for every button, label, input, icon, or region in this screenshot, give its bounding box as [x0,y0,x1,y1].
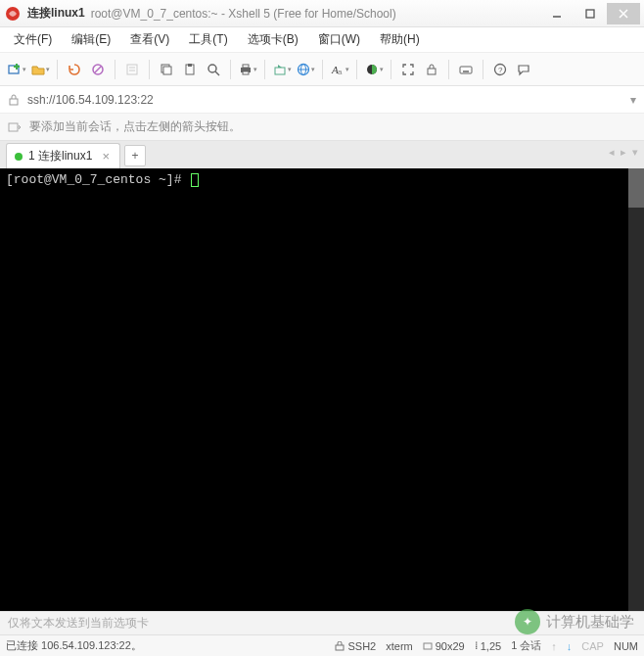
svg-rect-16 [188,64,192,67]
svg-rect-30 [460,67,472,73]
web-button[interactable] [295,59,316,80]
status-connected: 已连接 106.54.109.123:22。 [6,638,142,653]
svg-line-9 [95,67,101,72]
paste-button[interactable] [179,59,201,80]
terminal-scrollbar[interactable] [628,168,644,611]
menu-tabs[interactable]: 选项卡(B) [240,28,306,51]
status-cursor: ⁞ 1,25 [475,639,501,652]
watermark: ✦ 计算机基础学 [515,609,634,634]
font-button[interactable]: Aa [329,59,350,80]
keyboard-button[interactable] [455,59,477,80]
toolbar: Aa ? [0,53,644,86]
shell-prompt: [root@VM_0_7_centos ~]# [6,172,181,187]
svg-rect-40 [424,643,432,649]
upload-arrow-icon: ↑ [551,640,557,652]
find-button[interactable] [203,59,224,80]
reconnect-button[interactable] [64,59,85,80]
address-url[interactable]: ssh://106.54.109.123:22 [27,93,622,107]
help-button[interactable]: ? [489,59,511,80]
tab-next-icon[interactable]: ▸ [621,146,626,159]
session-title: 连接linux1 [27,5,85,22]
status-num: NUM [614,640,638,652]
lock-button[interactable] [421,59,442,80]
transfer-button[interactable] [271,59,293,80]
address-bar: ssh://106.54.109.123:22 ▾ [0,86,644,114]
svg-point-17 [208,65,216,72]
status-sessions: 1 会话 [511,638,541,653]
menu-file[interactable]: 文件(F) [6,28,60,51]
app-icon [4,5,22,23]
tab-prev-icon[interactable]: ◂ [609,146,615,159]
status-protocol: SSH2 [335,640,376,652]
feedback-button[interactable] [513,59,534,80]
svg-rect-38 [9,123,18,131]
svg-rect-21 [243,71,249,74]
status-bar: 已连接 106.54.109.123:22。 SSH2 xterm 90x29 … [0,634,644,656]
wechat-icon: ✦ [515,609,540,634]
tab-strip: 1 连接linux1 × + ◂ ▸ ▾ [0,141,644,168]
cursor-icon [191,173,199,187]
hint-text: 要添加当前会话，点击左侧的箭头按钮。 [29,118,241,135]
status-size: 90x29 [423,640,465,652]
print-button[interactable] [237,59,258,80]
menu-window[interactable]: 窗口(W) [310,28,368,51]
svg-text:?: ? [498,66,503,74]
open-session-button[interactable] [29,59,51,80]
properties-button[interactable] [121,59,143,80]
svg-rect-14 [163,67,171,74]
tab-label: 1 连接linux1 [28,148,92,164]
new-session-button[interactable] [6,59,27,80]
tab-list-icon[interactable]: ▾ [632,146,638,159]
send-text-bar[interactable]: 仅将文本发送到当前选项卡 ✦ 计算机基础学 [0,611,644,634]
svg-rect-39 [336,645,344,650]
maximize-button[interactable] [574,3,607,24]
menu-tools[interactable]: 工具(T) [181,28,235,51]
svg-rect-29 [428,69,436,74]
svg-rect-20 [243,65,249,68]
svg-text:a: a [338,68,343,76]
address-dropdown-icon[interactable]: ▾ [630,93,636,107]
status-dot-icon [15,153,23,161]
status-termtype: xterm [386,640,413,652]
new-tab-button[interactable]: + [124,145,146,166]
watermark-text: 计算机基础学 [546,613,634,632]
svg-rect-10 [127,65,137,74]
lock-small-icon [335,641,345,651]
disconnect-button[interactable] [87,59,109,80]
size-icon [423,641,433,651]
color-scheme-button[interactable] [363,59,385,80]
titlebar: 连接linux1 root@VM_0_7_centos:~ - Xshell 5… [0,0,644,27]
menu-help[interactable]: 帮助(H) [372,28,428,51]
hint-arrow-icon[interactable] [8,120,22,134]
window-title-rest: root@VM_0_7_centos:~ - Xshell 5 (Free fo… [91,7,396,21]
menu-edit[interactable]: 编辑(E) [64,28,118,51]
download-arrow-icon: ↓ [567,640,573,652]
copy-button[interactable] [156,59,177,80]
svg-rect-37 [10,99,18,105]
minimize-button[interactable] [540,3,574,24]
session-tab-active[interactable]: 1 连接linux1 × [6,143,120,168]
terminal-area[interactable]: [root@VM_0_7_centos ~]# [0,168,644,611]
hint-bar: 要添加当前会话，点击左侧的箭头按钮。 [0,114,644,141]
lock-icon [8,94,20,106]
close-button[interactable] [607,3,640,24]
svg-rect-2 [586,10,594,18]
send-placeholder: 仅将文本发送到当前选项卡 [8,615,149,632]
menubar: 文件(F) 编辑(E) 查看(V) 工具(T) 选项卡(B) 窗口(W) 帮助(… [0,27,644,53]
menu-view[interactable]: 查看(V) [122,28,177,51]
svg-line-18 [215,71,219,75]
status-cap: CAP [581,640,604,652]
fullscreen-button[interactable] [397,59,419,80]
svg-rect-22 [275,68,285,74]
tab-close-icon[interactable]: × [102,149,110,164]
